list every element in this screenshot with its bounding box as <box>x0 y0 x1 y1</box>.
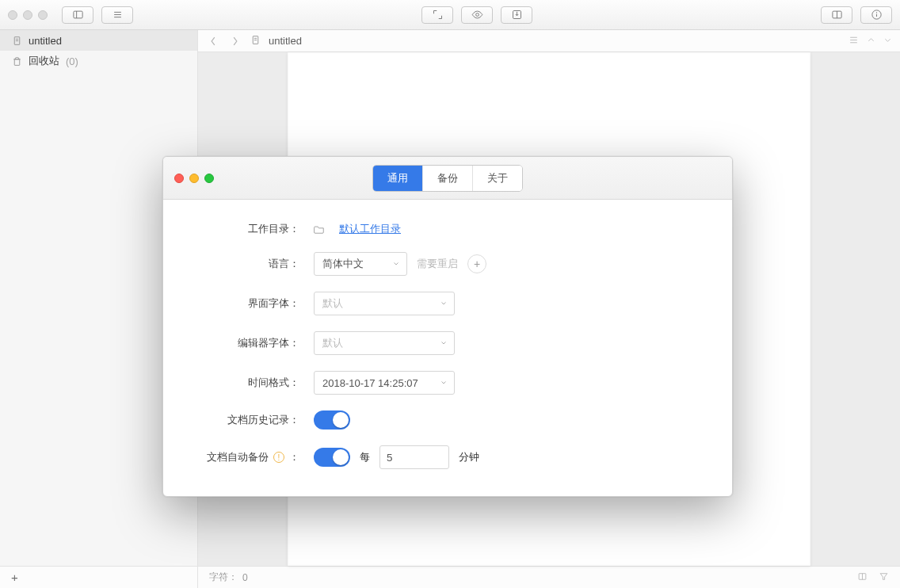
svg-rect-0 <box>73 11 82 18</box>
minutes-label: 分钟 <box>459 450 479 464</box>
time-format-select[interactable]: 2018-10-17 14:25:07 <box>314 371 455 395</box>
expand-icon <box>432 9 444 21</box>
language-value: 简体中文 <box>322 257 364 271</box>
status-bar: + 字符： 0 <box>0 566 900 588</box>
language-label: 语言： <box>195 257 314 271</box>
prefs-traffic-lights <box>174 174 214 183</box>
ui-font-label: 界面字体： <box>195 296 314 311</box>
close-dot-disabled <box>8 10 17 20</box>
chevron-down-icon <box>440 338 448 349</box>
auto-backup-label: 文档自动备份 <box>207 450 269 464</box>
svg-marker-25 <box>880 573 887 579</box>
ui-font-placeholder: 默认 <box>322 296 343 311</box>
editor-font-label: 编辑器字体： <box>195 336 314 350</box>
chevron-down-icon <box>392 258 400 270</box>
prefs-tabs: 通用 备份 关于 <box>372 165 523 192</box>
prefs-body: 工作目录： 默认工作目录 语言： 简体中文 需要重启 + 界面字体： <box>163 200 732 497</box>
workdir-label: 工作目录： <box>195 222 314 236</box>
export-button[interactable] <box>501 6 532 24</box>
collapse-down-icon[interactable] <box>883 35 892 48</box>
warning-icon: ! <box>273 452 284 463</box>
history-label: 文档历史记录： <box>195 413 314 427</box>
zoom-dot-disabled <box>38 10 48 20</box>
language-select[interactable]: 简体中文 <box>314 252 407 276</box>
preferences-window: 通用 备份 关于 工作目录： 默认工作目录 语言： 简体中文 需要重启 <box>162 156 733 497</box>
toolbar-left-group <box>62 6 133 24</box>
backup-interval-input[interactable] <box>379 445 449 469</box>
list-toggle-button[interactable] <box>101 6 133 24</box>
restart-hint: 需要重启 <box>417 257 458 271</box>
minimize-button[interactable] <box>189 174 199 183</box>
window-traffic-lights <box>8 10 48 20</box>
eye-icon <box>471 9 483 21</box>
min-dot-disabled <box>23 10 32 20</box>
sidebar-item-untitled[interactable]: untitled <box>0 30 197 51</box>
char-count-value: 0 <box>242 572 248 583</box>
tab-about[interactable]: 关于 <box>473 166 522 191</box>
svg-point-12 <box>876 13 877 13</box>
preview-button[interactable] <box>461 6 493 24</box>
expand-button[interactable] <box>421 6 453 24</box>
auto-backup-label-wrap: 文档自动备份 ! ： <box>195 450 314 464</box>
svg-rect-16 <box>14 59 20 65</box>
window-titlebar <box>0 0 900 30</box>
ui-font-select[interactable]: 默认 <box>314 292 455 315</box>
svg-point-5 <box>475 13 479 17</box>
toolbar-center-group <box>421 6 532 24</box>
nav-back-button[interactable] <box>206 34 220 48</box>
history-toggle[interactable] <box>314 410 350 430</box>
toolbar-right-group <box>821 6 892 24</box>
sidebar-toggle-button[interactable] <box>62 6 93 24</box>
char-count-label: 字符： <box>209 571 238 584</box>
collapse-up-icon[interactable] <box>867 35 875 48</box>
prefs-titlebar: 通用 备份 关于 <box>163 157 732 200</box>
list-icon <box>112 9 124 21</box>
workdir-link[interactable]: 默认工作目录 <box>339 222 401 236</box>
add-language-button[interactable]: + <box>467 254 486 273</box>
sidebar-item-label: untitled <box>29 35 62 47</box>
chevron-down-icon <box>440 298 448 310</box>
new-doc-button[interactable]: + <box>11 571 18 584</box>
close-button[interactable] <box>174 174 184 183</box>
zoom-button[interactable] <box>204 174 214 183</box>
download-icon <box>511 9 523 21</box>
info-icon <box>871 9 883 21</box>
time-format-label: 时间格式： <box>195 376 314 390</box>
editor-font-select[interactable]: 默认 <box>314 331 455 355</box>
trash-icon <box>11 56 22 67</box>
breadcrumb: untitled <box>269 35 302 47</box>
editor-topbar: untitled <box>198 30 900 52</box>
auto-backup-toggle[interactable] <box>314 448 350 467</box>
doc-icon <box>11 36 22 46</box>
panels-icon <box>831 9 843 21</box>
split-view-icon[interactable] <box>857 571 868 584</box>
nav-forward-button[interactable] <box>228 34 242 48</box>
sidebar-icon <box>72 9 84 21</box>
doc-icon <box>250 35 261 48</box>
outline-icon[interactable] <box>849 35 859 48</box>
editor-topbar-right <box>849 35 892 48</box>
folder-icon <box>314 224 325 234</box>
sidebar-item-label: 回收站 <box>29 54 59 68</box>
panels-button[interactable] <box>821 6 852 24</box>
every-label: 每 <box>360 450 370 464</box>
sidebar-item-trash[interactable]: 回收站 (0) <box>0 51 197 71</box>
sidebar-item-count: (0) <box>66 55 78 67</box>
editor-font-placeholder: 默认 <box>322 336 343 350</box>
time-format-value: 2018-10-17 14:25:07 <box>322 377 418 389</box>
filter-icon[interactable] <box>879 571 889 584</box>
chevron-down-icon <box>440 377 448 389</box>
info-button[interactable] <box>860 6 892 24</box>
tab-backup[interactable]: 备份 <box>423 166 473 191</box>
tab-general[interactable]: 通用 <box>373 166 423 191</box>
